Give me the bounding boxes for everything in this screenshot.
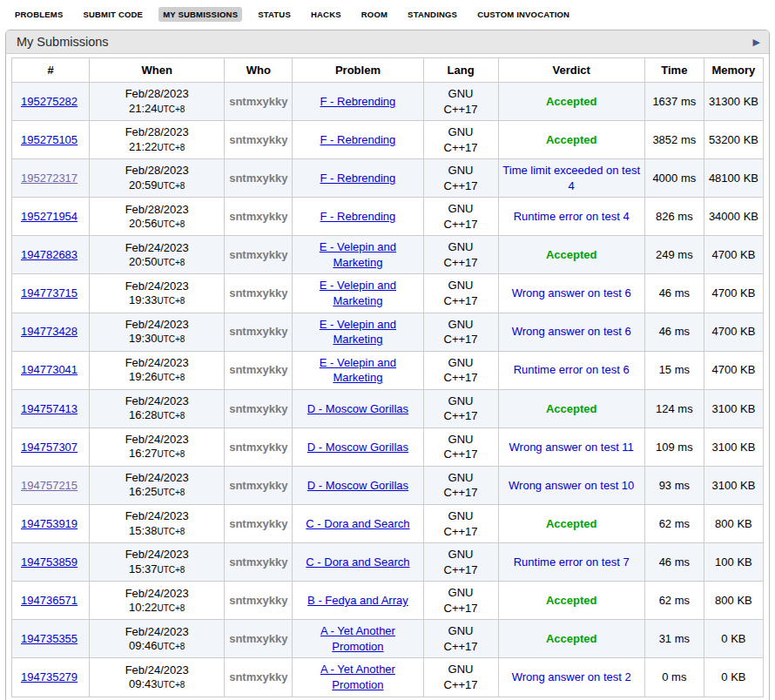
submission-problem-cell: A - Yet Another Promotion: [293, 620, 423, 658]
verdict-label[interactable]: Wrong answer on test 6: [512, 286, 631, 300]
verdict-label[interactable]: Runtime error on test 7: [514, 555, 630, 569]
problem-link[interactable]: A - Yet Another Promotion: [320, 663, 395, 691]
user-link[interactable]: sntmxykky: [229, 363, 287, 376]
user-link[interactable]: sntmxykky: [229, 325, 287, 338]
problem-link[interactable]: E - Velepin and Marketing: [320, 240, 396, 269]
problem-link[interactable]: E - Velepin and Marketing: [320, 318, 396, 347]
problem-link[interactable]: E - Velepin and Marketing: [320, 279, 396, 307]
submission-id-link[interactable]: 195272317: [21, 172, 78, 185]
submission-id-link[interactable]: 194773041: [21, 363, 78, 376]
nav-item[interactable]: STATUS: [253, 7, 295, 22]
submission-id-link[interactable]: 195275282: [21, 95, 78, 108]
problem-link[interactable]: A - Yet Another Promotion: [320, 624, 395, 653]
submission-memory: 100 KB: [704, 543, 763, 582]
submission-when: Feb/24/2023 15:38UTC+8: [90, 505, 225, 543]
problem-link[interactable]: D - Moscow Gorillas: [307, 479, 408, 492]
user-link[interactable]: sntmxykky: [229, 479, 287, 492]
nav-item[interactable]: CUSTOM INVOCATION: [473, 7, 574, 22]
submission-who-cell: sntmxykky: [225, 427, 293, 466]
submission-exec-time: 46 ms: [644, 313, 704, 351]
verdict-label[interactable]: Accepted: [546, 248, 597, 261]
submission-id-link[interactable]: 195275105: [21, 133, 78, 146]
submission-date: Feb/28/2023: [125, 203, 189, 216]
verdict-label[interactable]: Accepted: [546, 95, 597, 108]
verdict-label[interactable]: Wrong answer on test 11: [509, 441, 634, 454]
submission-id-link[interactable]: 194757215: [21, 479, 78, 492]
submission-lang: GNU C++17: [423, 620, 498, 658]
problem-link[interactable]: F - Rebrending: [320, 95, 396, 108]
lang-label: GNU C++17: [444, 356, 478, 385]
problem-link[interactable]: C - Dora and Search: [306, 517, 409, 530]
problem-link[interactable]: F - Rebrending: [320, 210, 396, 223]
user-link[interactable]: sntmxykky: [229, 402, 287, 415]
table-wrapper: #WhenWhoProblemLangVerdictTimeMemory 195…: [6, 54, 769, 700]
verdict-label[interactable]: Time limit exceeded on test 4: [502, 164, 640, 192]
user-link[interactable]: sntmxykky: [229, 555, 287, 569]
verdict-label[interactable]: Wrong answer on test 10: [509, 479, 634, 492]
submission-id-link[interactable]: 194753859: [21, 555, 78, 569]
submission-id-link[interactable]: 194782683: [21, 248, 78, 261]
nav-item[interactable]: PROBLEMS: [10, 7, 67, 22]
user-link[interactable]: sntmxykky: [229, 210, 287, 223]
submission-date: Feb/24/2023: [125, 279, 189, 293]
problem-link[interactable]: C - Dora and Search: [306, 555, 409, 569]
verdict-label[interactable]: Wrong answer on test 2: [512, 670, 631, 683]
nav-item[interactable]: ROOM: [357, 7, 392, 22]
user-link[interactable]: sntmxykky: [229, 632, 287, 645]
nav-item[interactable]: HACKS: [307, 7, 346, 22]
submission-id-link[interactable]: 194757413: [21, 402, 78, 415]
submission-when: Feb/24/2023 19:26UTC+8: [90, 351, 225, 389]
submission-id-link[interactable]: 194735279: [21, 670, 78, 683]
user-link[interactable]: sntmxykky: [229, 248, 287, 261]
problem-link[interactable]: D - Moscow Gorillas: [307, 441, 408, 454]
submission-who-cell: sntmxykky: [225, 582, 293, 620]
submission-memory: 4700 KB: [704, 313, 763, 351]
lang-label: GNU C++17: [444, 586, 478, 615]
submission-when: Feb/28/2023 20:59UTC+8: [90, 159, 225, 198]
verdict-label[interactable]: Accepted: [546, 402, 597, 415]
nav-item[interactable]: SUBMIT CODE: [78, 7, 147, 22]
submission-memory: 0 KB: [704, 620, 763, 658]
problem-link[interactable]: E - Velepin and Marketing: [320, 356, 396, 385]
user-link[interactable]: sntmxykky: [229, 517, 287, 530]
problem-link[interactable]: D - Moscow Gorillas: [307, 402, 408, 415]
submission-id-link[interactable]: 195271954: [21, 210, 78, 223]
user-link[interactable]: sntmxykky: [229, 286, 287, 300]
submission-id-link[interactable]: 194736571: [21, 594, 78, 607]
user-link[interactable]: sntmxykky: [229, 95, 287, 108]
nav-item[interactable]: MY SUBMISSIONS: [158, 7, 242, 22]
table-row: 195275105 Feb/28/2023 21:22UTC+8 sntmxyk…: [12, 121, 764, 159]
column-header: When: [90, 58, 225, 83]
problem-link[interactable]: F - Rebrending: [320, 133, 396, 146]
verdict-label[interactable]: Accepted: [546, 517, 597, 530]
verdict-label[interactable]: Runtime error on test 6: [514, 363, 630, 376]
user-link[interactable]: sntmxykky: [229, 133, 287, 146]
verdict-label[interactable]: Accepted: [546, 133, 597, 146]
submission-id-link[interactable]: 194753919: [21, 517, 78, 530]
verdict-label[interactable]: Wrong answer on test 6: [512, 325, 631, 338]
verdict-label[interactable]: Runtime error on test 4: [514, 210, 630, 223]
problem-link[interactable]: F - Rebrending: [320, 172, 396, 185]
problem-link[interactable]: B - Fedya and Array: [307, 594, 408, 607]
table-row: 194782683 Feb/24/2023 20:50UTC+8 sntmxyk…: [12, 236, 764, 274]
collapse-arrow-icon[interactable]: ▶: [753, 37, 760, 47]
verdict-label[interactable]: Accepted: [546, 594, 597, 607]
submission-id-link[interactable]: 194773428: [21, 325, 78, 338]
lang-label: GNU C++17: [444, 240, 478, 269]
submission-id-link[interactable]: 194757307: [21, 441, 78, 454]
submissions-table: #WhenWhoProblemLangVerdictTimeMemory 195…: [11, 57, 764, 697]
lang-label: GNU C++17: [444, 202, 478, 231]
submission-id-cell: 195275105: [12, 121, 90, 159]
submission-lang: GNU C++17: [423, 121, 498, 159]
user-link[interactable]: sntmxykky: [229, 670, 287, 683]
user-link[interactable]: sntmxykky: [229, 441, 287, 454]
submission-verdict-cell: Accepted: [498, 582, 644, 620]
submission-id-link[interactable]: 194735355: [21, 632, 78, 645]
verdict-label[interactable]: Accepted: [546, 632, 597, 645]
submission-exec-time: 62 ms: [644, 582, 704, 620]
nav-item[interactable]: STANDINGS: [403, 7, 462, 22]
submission-id-link[interactable]: 194773715: [21, 286, 78, 300]
submission-verdict-cell: Runtime error on test 7: [498, 543, 644, 582]
user-link[interactable]: sntmxykky: [229, 172, 287, 185]
user-link[interactable]: sntmxykky: [229, 594, 287, 607]
